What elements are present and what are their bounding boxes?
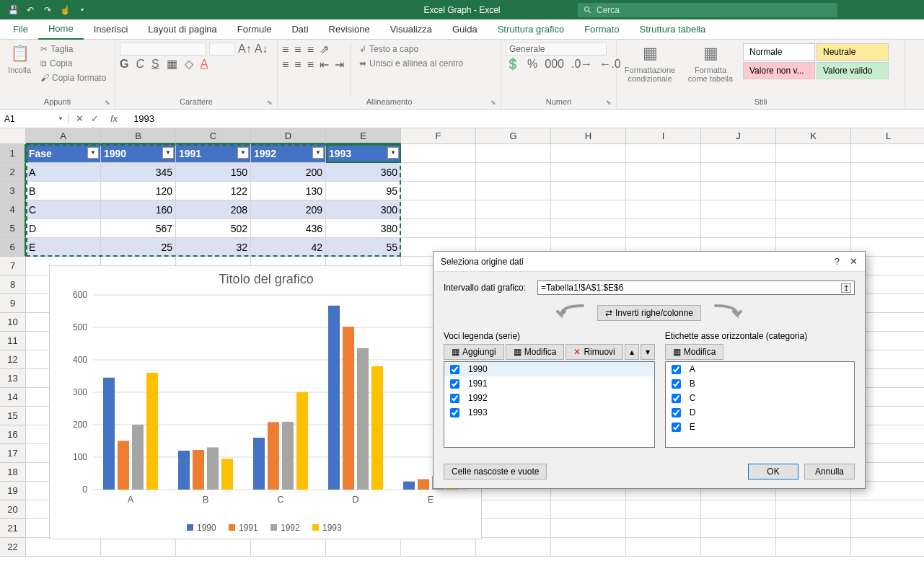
accept-formula-icon[interactable]: ✓ (91, 113, 99, 124)
series-item[interactable]: 1992 (444, 391, 654, 405)
tab-formule[interactable]: Formule (227, 19, 282, 40)
cell[interactable] (776, 163, 851, 182)
category-item[interactable]: D (666, 405, 854, 420)
cell[interactable]: 32 (176, 238, 251, 257)
name-box[interactable]: A1▼ (0, 114, 69, 124)
cell[interactable] (776, 538, 851, 557)
cell[interactable]: E (26, 238, 101, 257)
category-checkbox[interactable] (672, 408, 681, 417)
indent-inc-icon[interactable]: ⇥ (335, 58, 344, 71)
cell[interactable] (551, 219, 626, 238)
cancel-formula-icon[interactable]: ✕ (76, 113, 84, 124)
cell[interactable]: Fase▼ (26, 144, 101, 163)
category-item[interactable]: A (666, 362, 854, 376)
cell[interactable]: 1992▼ (251, 144, 326, 163)
cell[interactable]: 42 (251, 238, 326, 257)
cell[interactable] (476, 219, 551, 238)
cell[interactable]: C (26, 200, 101, 219)
category-checkbox[interactable] (672, 365, 681, 374)
add-series-button[interactable]: ▦Aggiungi (444, 344, 504, 360)
number-format-select[interactable] (506, 43, 607, 56)
collapse-dialog-icon[interactable]: ↥ (841, 283, 851, 293)
cell[interactable] (701, 144, 776, 163)
cell[interactable]: 1993▼ (326, 144, 401, 163)
cell[interactable] (401, 144, 476, 163)
category-checkbox[interactable] (672, 379, 681, 389)
indent-dec-icon[interactable]: ⇤ (320, 58, 329, 71)
ok-button[interactable]: OK (748, 464, 798, 479)
cell[interactable] (401, 538, 476, 557)
launcher-icon[interactable]: ⬊ (267, 99, 273, 106)
cell[interactable] (776, 144, 851, 163)
cell[interactable] (851, 200, 924, 219)
row-header[interactable]: 17 (0, 444, 26, 463)
fill-color-button[interactable]: ◇ (185, 57, 193, 71)
orientation-icon[interactable]: ⇗ (320, 43, 329, 56)
column-header[interactable]: B (101, 128, 176, 144)
cell[interactable] (626, 500, 701, 519)
launcher-icon[interactable]: ⬊ (490, 99, 496, 106)
cell[interactable] (626, 219, 701, 238)
launcher-icon[interactable]: ⬊ (606, 99, 612, 106)
column-header[interactable]: C (176, 128, 251, 144)
column-header[interactable]: K (776, 128, 851, 144)
cell[interactable]: 25 (101, 238, 176, 257)
row-header[interactable]: 22 (0, 538, 26, 557)
category-item[interactable]: E (666, 420, 854, 434)
style-neutrale[interactable]: Neutrale (817, 43, 889, 61)
switch-row-column-button[interactable]: ⇄ Inverti righe/colonne (597, 305, 701, 321)
column-header[interactable]: G (476, 128, 551, 144)
category-checkbox[interactable] (672, 394, 681, 403)
cell[interactable]: A (26, 163, 101, 182)
cell[interactable]: D (26, 219, 101, 238)
cell[interactable]: 436 (251, 219, 326, 238)
cell[interactable] (551, 500, 626, 519)
cell[interactable]: 209 (251, 200, 326, 219)
cell[interactable] (101, 538, 176, 557)
cell[interactable] (551, 182, 626, 200)
filter-button[interactable]: ▼ (87, 147, 99, 159)
row-header[interactable]: 16 (0, 425, 26, 444)
align-center-icon[interactable]: ≡ (294, 58, 301, 71)
grow-font-icon[interactable]: A↑ (238, 43, 252, 56)
tab-inserisci[interactable]: Inserisci (84, 19, 138, 40)
cell[interactable]: 208 (176, 200, 251, 219)
cell[interactable] (851, 144, 924, 163)
cell[interactable] (401, 200, 476, 219)
series-checkbox[interactable] (450, 379, 459, 389)
qat-more-icon[interactable]: ▾ (76, 4, 88, 16)
column-header[interactable]: D (251, 128, 326, 144)
bold-button[interactable]: G (120, 58, 128, 71)
series-item[interactable]: 1993 (444, 405, 654, 420)
underline-button[interactable]: S (151, 58, 159, 71)
cell[interactable] (401, 163, 476, 182)
filter-button[interactable]: ▼ (312, 147, 324, 159)
row-header[interactable]: 11 (0, 332, 26, 350)
cell[interactable]: 55 (326, 238, 401, 257)
save-icon[interactable]: 💾 (7, 4, 19, 16)
tab-guida[interactable]: Guida (442, 19, 488, 40)
cell[interactable] (26, 538, 101, 557)
cell[interactable]: 150 (176, 163, 251, 182)
cell[interactable] (851, 500, 924, 519)
cell[interactable] (626, 538, 701, 557)
column-header[interactable]: E (326, 128, 401, 144)
tab-formato[interactable]: Formato (574, 19, 629, 40)
column-header[interactable]: H (551, 128, 626, 144)
row-header[interactable]: 4 (0, 200, 26, 219)
cell[interactable] (476, 144, 551, 163)
align-left-icon[interactable]: ≡ (282, 58, 289, 71)
dec-decimal-icon[interactable]: ←.0 (599, 58, 620, 71)
tab-struttura-tabella[interactable]: Struttura tabella (630, 19, 716, 40)
cell[interactable] (401, 219, 476, 238)
cell[interactable] (701, 219, 776, 238)
help-icon[interactable]: ? (835, 256, 840, 267)
category-item[interactable]: B (666, 376, 854, 391)
cancel-button[interactable]: Annulla (804, 464, 855, 479)
testo-a-capo-button[interactable]: ↲Testo a capo (356, 43, 466, 56)
cell[interactable] (551, 200, 626, 219)
cell[interactable] (851, 519, 924, 538)
cell[interactable] (776, 182, 851, 200)
formatta-tabella-button[interactable]: ▦Formatta come tabella (682, 43, 739, 84)
cell[interactable] (776, 200, 851, 219)
